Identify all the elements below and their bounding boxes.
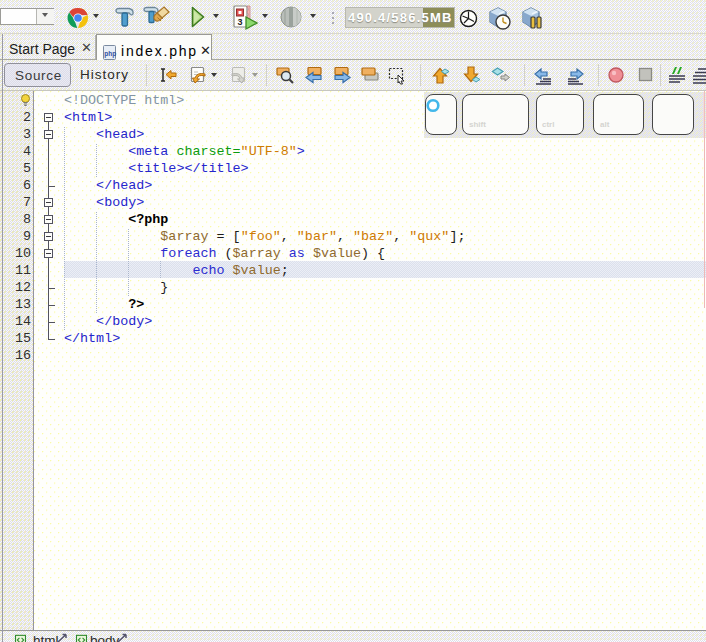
svg-text:3: 3 bbox=[238, 17, 243, 27]
svg-text:php: php bbox=[104, 50, 116, 58]
